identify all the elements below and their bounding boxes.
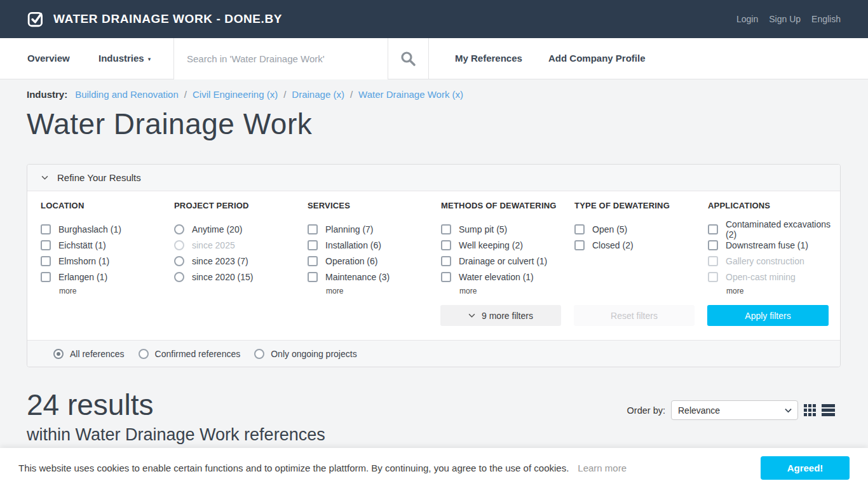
more-link[interactable]: more — [59, 287, 76, 295]
checkbox-icon — [41, 256, 51, 266]
results-count: 24 results — [27, 388, 153, 422]
nav-industries-dropdown[interactable]: Industries▾ — [98, 38, 151, 79]
brand-title: WATER DRAINAGE WORK - DONE.BY — [53, 12, 282, 26]
header-link-sign-up[interactable]: Sign Up — [769, 14, 801, 24]
filter-option[interactable]: Erlangen (1) — [41, 269, 174, 285]
filter-option[interactable]: Contaminated excavations (2) — [708, 221, 841, 237]
filter-option[interactable]: Closed (2) — [574, 237, 708, 253]
filter-option[interactable]: Open (5) — [574, 221, 708, 237]
cookie-learn-more-link[interactable]: Learn more — [578, 463, 627, 473]
order-by-select-wrap: Relevance — [671, 400, 798, 420]
filter-option[interactable]: Elmshorn (1) — [41, 253, 174, 269]
checkbox-icon — [308, 240, 318, 250]
cookie-agree-button[interactable]: Agreed! — [761, 456, 850, 480]
search-field-wrap — [173, 38, 388, 79]
filter-option[interactable]: since 2020 (15) — [174, 269, 308, 285]
cookie-text: This website uses cookies to enable cert… — [18, 463, 569, 473]
filter-option[interactable]: Maintenance (3) — [308, 269, 441, 285]
chevron-down-icon — [41, 175, 48, 180]
filter-option[interactable]: Drainage or culvert (1) — [441, 253, 574, 269]
radio-icon — [254, 349, 264, 359]
filter-group-title: APPLICATIONS — [708, 201, 841, 210]
more-filters-button[interactable]: 9 more filters — [440, 305, 561, 326]
checkbox-icon — [41, 272, 51, 282]
filter-option-label: Installation (6) — [325, 240, 381, 250]
filter-option[interactable]: Installation (6) — [308, 237, 441, 253]
nav-industries-label: Industries — [98, 53, 144, 64]
breadcrumb-label: Industry: — [27, 89, 67, 100]
filter-option[interactable]: Burghaslach (1) — [41, 221, 174, 237]
checkbox-icon — [41, 224, 51, 234]
header-link-login[interactable]: Login — [736, 14, 758, 24]
radio-icon — [174, 240, 184, 250]
nav-my-references[interactable]: My References — [455, 38, 522, 79]
radio-icon — [139, 349, 149, 359]
filter-option-label: Planning (7) — [325, 224, 374, 234]
reset-filters-button[interactable]: Reset filters — [574, 305, 695, 326]
breadcrumb-link[interactable]: Water Drainage Work (x) — [358, 89, 463, 100]
chevron-down-icon — [468, 313, 475, 318]
filter-option[interactable]: Anytime (20) — [174, 221, 308, 237]
radio-dot — [57, 352, 60, 356]
list-view-icon[interactable] — [822, 404, 835, 416]
filter-option[interactable]: Water elevation (1) — [441, 269, 574, 285]
more-link[interactable]: more — [726, 287, 743, 295]
filter-option-label: Maintenance (3) — [325, 272, 390, 282]
checkbox-logo-icon — [27, 10, 45, 28]
more-link[interactable]: more — [459, 287, 477, 295]
filter-group: TYPE OF DEWATERINGOpen (5)Closed (2) — [574, 201, 708, 295]
breadcrumb-separator: / — [184, 89, 187, 100]
checkbox-icon — [308, 224, 318, 234]
brand[interactable]: WATER DRAINAGE WORK - DONE.BY — [27, 10, 282, 28]
reference-scope-label: Only ongoing projects — [271, 349, 356, 359]
breadcrumb-link[interactable]: Drainage (x) — [292, 89, 344, 100]
more-filters-label: 9 more filters — [482, 311, 533, 321]
filter-option: since 2025 — [174, 237, 308, 253]
reference-scope-option[interactable]: All references — [53, 349, 125, 359]
filter-option[interactable]: since 2023 (7) — [174, 253, 308, 269]
filter-option-label: Burghaslach (1) — [58, 224, 121, 234]
filter-group-title: TYPE OF DEWATERING — [574, 201, 708, 210]
filter-option[interactable]: Eichstätt (1) — [41, 237, 174, 253]
filter-option-label: Downstream fuse (1) — [726, 240, 808, 250]
checkbox-icon — [441, 224, 451, 234]
filter-option-label: Sump pit (5) — [459, 224, 507, 234]
radio-icon — [174, 272, 184, 282]
filter-option[interactable]: Planning (7) — [308, 221, 441, 237]
breadcrumb-link[interactable]: Civil Engineering (x) — [193, 89, 278, 100]
filter-option-label: Contaminated excavations (2) — [726, 219, 841, 240]
filter-option[interactable]: Well keeping (2) — [441, 237, 574, 253]
page-title: Water Drainage Work — [27, 107, 312, 141]
more-link[interactable]: more — [326, 287, 343, 295]
checkbox-icon — [708, 240, 718, 250]
checkbox-icon — [708, 272, 718, 282]
reference-scope-option[interactable]: Confirmed references — [139, 349, 241, 359]
chevron-down-icon: ▾ — [148, 39, 151, 79]
filter-option-label: Elmshorn (1) — [58, 256, 109, 266]
order-by-select[interactable]: Relevance — [671, 400, 798, 420]
filter-option[interactable]: Sump pit (5) — [441, 221, 574, 237]
search-input[interactable] — [174, 38, 388, 79]
nav-overview[interactable]: Overview — [27, 38, 70, 79]
checkbox-icon — [308, 256, 318, 266]
reference-scope-radio-group: All referencesConfirmed referencesOnly o… — [27, 340, 840, 367]
checkbox-icon — [308, 272, 318, 282]
filter-group-title: PROJECT PERIOD — [174, 201, 308, 210]
apply-filters-button[interactable]: Apply filters — [707, 305, 829, 326]
breadcrumb-link[interactable]: Building and Renovation — [75, 89, 179, 100]
search-button[interactable] — [388, 38, 429, 79]
nav-add-company-profile[interactable]: Add Company Profile — [548, 38, 646, 79]
reference-scope-option[interactable]: Only ongoing projects — [254, 349, 356, 359]
grid-view-icon[interactable] — [804, 404, 816, 416]
order-by-controls: Order by: Relevance — [627, 400, 835, 420]
filter-option[interactable]: Downstream fuse (1) — [708, 237, 841, 253]
filter-option-label: Operation (6) — [325, 256, 377, 266]
reference-scope-label: Confirmed references — [155, 349, 241, 359]
filter-option[interactable]: Operation (6) — [308, 253, 441, 269]
refine-results-toggle[interactable]: Refine Your Results — [27, 165, 840, 191]
filter-option-label: since 2023 (7) — [192, 256, 248, 266]
filter-option-label: Open (5) — [592, 224, 627, 234]
filter-option-label: Closed (2) — [592, 240, 634, 250]
header-link-english[interactable]: English — [811, 14, 841, 24]
order-by-label: Order by: — [627, 405, 665, 416]
